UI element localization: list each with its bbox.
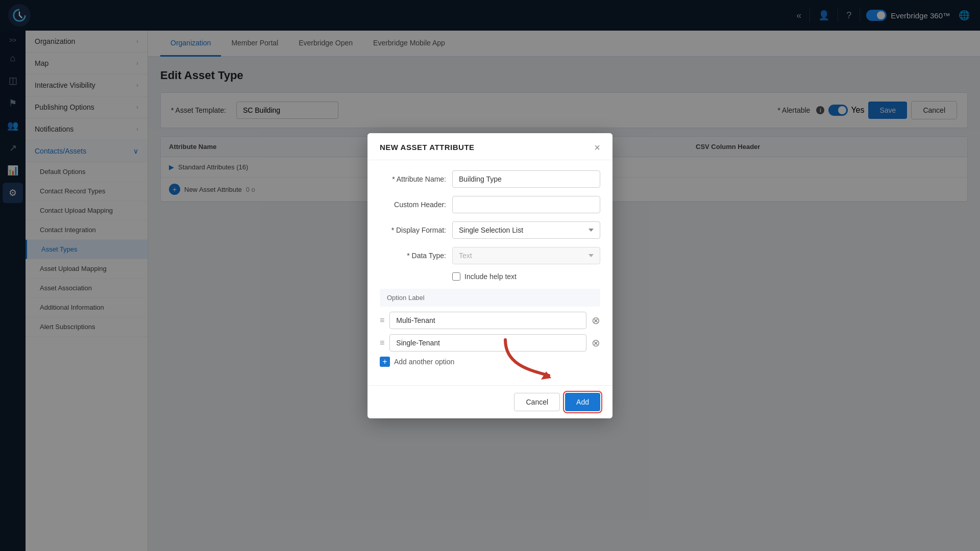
drag-handle-2[interactable]: ≡: [380, 338, 384, 347]
include-help-text-checkbox[interactable]: [452, 272, 460, 281]
option-remove-2[interactable]: ⊗: [592, 337, 600, 349]
include-help-text-row: Include help text: [452, 272, 600, 281]
include-help-text-label: Include help text: [464, 272, 517, 281]
attribute-name-control: [452, 170, 600, 188]
add-option-plus-icon: +: [380, 357, 390, 367]
display-format-label: * Display Format:: [380, 221, 446, 234]
modal-overlay: NEW ASSET ATTRIBUTE × * Attribute Name: …: [0, 0, 980, 551]
option-row-2: ≡ ⊗: [380, 334, 600, 352]
modal-footer: Cancel Add: [368, 385, 612, 418]
add-another-option-row[interactable]: + Add another option: [380, 357, 600, 367]
attribute-name-field: * Attribute Name:: [380, 170, 600, 188]
display-format-field: * Display Format: Single Selection List …: [380, 221, 600, 239]
modal-header: NEW ASSET ATTRIBUTE ×: [368, 133, 612, 160]
data-type-control: Text Number: [452, 247, 600, 264]
custom-header-control: [452, 196, 600, 213]
custom-header-field: Custom Header:: [380, 196, 600, 213]
option-input-2[interactable]: [389, 334, 586, 352]
attribute-name-label: * Attribute Name:: [380, 170, 446, 183]
option-label-header: Option Label: [380, 289, 600, 307]
modal-add-button[interactable]: Add: [565, 393, 600, 411]
data-type-label: * Data Type:: [380, 247, 446, 260]
custom-header-input[interactable]: [452, 196, 600, 213]
display-format-select[interactable]: Single Selection List Text Multi Selecti…: [452, 221, 600, 239]
modal-body: * Attribute Name: Custom Header: * Displ…: [368, 160, 612, 385]
new-asset-attribute-modal: NEW ASSET ATTRIBUTE × * Attribute Name: …: [368, 133, 612, 418]
data-type-field: * Data Type: Text Number: [380, 247, 600, 264]
display-format-control: Single Selection List Text Multi Selecti…: [452, 221, 600, 239]
option-remove-1[interactable]: ⊗: [592, 314, 600, 327]
option-input-1[interactable]: [389, 312, 586, 329]
option-row-1: ≡ ⊗: [380, 312, 600, 329]
modal-close-button[interactable]: ×: [594, 142, 600, 153]
data-type-select[interactable]: Text Number: [452, 247, 600, 264]
custom-header-label: Custom Header:: [380, 196, 446, 209]
modal-title: NEW ASSET ATTRIBUTE: [380, 143, 475, 152]
add-option-label: Add another option: [394, 358, 454, 366]
drag-handle-1[interactable]: ≡: [380, 316, 384, 325]
modal-cancel-button[interactable]: Cancel: [514, 393, 560, 411]
attribute-name-input[interactable]: [452, 170, 600, 188]
